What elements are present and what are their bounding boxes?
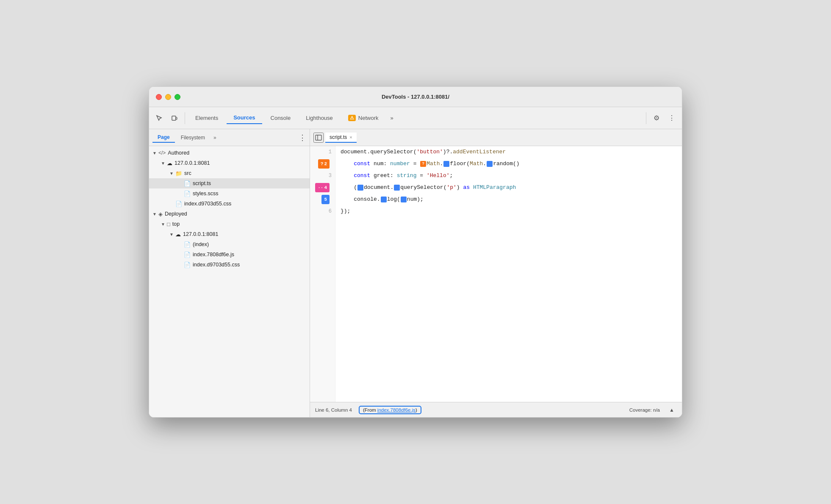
tree-script-ts[interactable]: 📄 script.ts (149, 178, 310, 188)
code-line-2: const num: number = ?Math.floor(Math.ran… (341, 158, 677, 170)
tab-lighthouse[interactable]: Lighthouse (299, 112, 340, 124)
js-file-icon: 📄 (184, 252, 191, 258)
toolbar-separator-2 (646, 112, 646, 124)
sub-tab-menu[interactable]: ⋮ (299, 133, 306, 142)
html-icon: </> (158, 150, 166, 156)
editor-tabs: script.ts × (310, 129, 682, 146)
minimize-button[interactable] (165, 94, 171, 100)
breakpoint-badge-5: 5 (321, 195, 330, 205)
tree-arrow: ▼ (161, 161, 167, 166)
tree-authored[interactable]: ▼ </> Authored (149, 148, 310, 158)
breakpoint-badge-4: ··4 (315, 183, 330, 193)
code-line-1: document.querySelector('button')?.addEve… (341, 146, 677, 158)
tab-sources[interactable]: Sources (227, 112, 262, 124)
coverage-label: Coverage: n/a (629, 407, 660, 413)
status-from[interactable]: (From index.7808df6e.js) (359, 406, 421, 414)
file-tree: ▼ </> Authored ▼ ☁ 127.0.0.1:8081 ▼ 📁 sr… (149, 146, 310, 417)
ts-file-icon: 📄 (184, 180, 191, 187)
code-content[interactable]: document.querySelector('button')?.addEve… (335, 146, 682, 402)
network-warning-badge: ⚠ (348, 115, 356, 121)
tree-arrow: ▼ (152, 151, 158, 155)
status-position: Line 6, Column 4 (315, 407, 352, 413)
sub-tab-page[interactable]: Page (152, 133, 175, 143)
css-file-icon-2: 📄 (184, 262, 191, 268)
traffic-lights (156, 94, 180, 100)
gutter-line-6: 6 (310, 205, 335, 217)
code-line-6: }); (341, 205, 677, 217)
status-bar: Line 6, Column 4 (From index.7808df6e.js… (310, 402, 682, 417)
tree-arrow: ▼ (161, 222, 167, 227)
tree-src-folder[interactable]: ▼ 📁 src (149, 168, 310, 178)
toolbar-separator (185, 112, 185, 124)
css-file-icon: 📄 (175, 201, 182, 207)
tree-authored-host[interactable]: ▼ ☁ 127.0.0.1:8081 (149, 158, 310, 168)
tree-index-css-authored[interactable]: 📄 index.d9703d55.css (149, 199, 310, 209)
tab-more-button[interactable]: » (387, 112, 397, 124)
tree-top-folder[interactable]: ▼ □ top (149, 219, 310, 229)
sub-tab-filesystem[interactable]: Filesystem (176, 133, 210, 142)
gutter-line-5: 5 (310, 194, 335, 205)
editor-tab-close[interactable]: × (349, 135, 352, 140)
deployed-icon: ◈ (158, 211, 163, 217)
tree-index-css-deployed[interactable]: 📄 index.d9703d55.css (149, 260, 310, 270)
inspect-icon[interactable] (152, 111, 166, 125)
console-drawer-button[interactable]: ▲ (667, 405, 677, 415)
right-panel: script.ts × 1 ?2 (310, 129, 682, 417)
tree-index-js[interactable]: 📄 index.7808df6e.js (149, 249, 310, 260)
code-line-3: const greet: string = 'Hello'; (341, 170, 677, 182)
toolbar-right: ⚙ ⋮ (644, 111, 679, 125)
svg-rect-2 (316, 135, 321, 140)
gutter-line-4: ··4 (310, 182, 335, 194)
toolbar: Elements Sources Console Lighthouse ⚠ Ne… (149, 107, 682, 129)
sub-tab-more[interactable]: » (211, 133, 219, 142)
line-gutter: 1 ?2 3 (310, 146, 335, 402)
tab-console[interactable]: Console (264, 112, 298, 124)
tree-deployed[interactable]: ▼ ◈ Deployed (149, 209, 310, 219)
code-line-5: console.log(num); (341, 194, 677, 205)
cloud-icon-2: ☁ (175, 231, 181, 238)
code-editor[interactable]: 1 ?2 3 (310, 146, 682, 402)
from-label: From (365, 407, 377, 413)
device-icon[interactable] (168, 111, 181, 125)
gutter-line-1: 1 (310, 146, 335, 158)
breakpoint-badge-2: ?2 (318, 159, 330, 169)
svg-rect-1 (176, 117, 177, 119)
editor-tab-label: script.ts (330, 134, 347, 140)
titlebar: DevTools - 127.0.0.1:8081/ (149, 87, 682, 107)
editor-tab-script[interactable]: script.ts × (325, 133, 357, 143)
top-folder-icon: □ (167, 221, 170, 227)
tree-arrow: ▼ (169, 232, 175, 237)
tree-index-page[interactable]: 📄 (index) (149, 239, 310, 249)
gutter-line-3: 3 (310, 170, 335, 182)
cloud-icon: ☁ (167, 160, 172, 166)
from-link[interactable]: index.7808df6e.js (377, 407, 416, 413)
sub-tabs: Page Filesystem » ⋮ (149, 129, 310, 146)
tab-network[interactable]: ⚠ Network (341, 112, 385, 124)
more-menu-icon[interactable]: ⋮ (665, 111, 679, 125)
tree-arrow: ▼ (152, 212, 158, 216)
fullscreen-button[interactable] (175, 94, 180, 100)
scss-file-icon: 📄 (184, 191, 191, 197)
left-panel: Page Filesystem » ⋮ ▼ </> Authored ▼ ☁ (149, 129, 310, 417)
main-area: Page Filesystem » ⋮ ▼ </> Authored ▼ ☁ (149, 129, 682, 417)
tree-arrow: ▼ (169, 171, 175, 176)
index-file-icon: 📄 (184, 241, 191, 248)
window-title: DevTools - 127.0.0.1:8081/ (382, 94, 449, 100)
tree-deployed-host[interactable]: ▼ ☁ 127.0.0.1:8081 (149, 229, 310, 239)
tree-styles-scss[interactable]: 📄 styles.scss (149, 188, 310, 199)
folder-icon: 📁 (175, 170, 182, 177)
gutter-line-2: ?2 (310, 158, 335, 170)
settings-icon[interactable]: ⚙ (650, 111, 663, 125)
svg-rect-0 (172, 116, 176, 120)
editor-back-button[interactable] (313, 133, 324, 143)
code-line-4: (document.querySelector('p') as HTMLPara… (341, 182, 677, 194)
status-right: Coverage: n/a ▲ (629, 405, 677, 415)
devtools-window: DevTools - 127.0.0.1:8081/ Elements Sour… (149, 86, 682, 418)
close-button[interactable] (156, 94, 162, 100)
tab-elements[interactable]: Elements (188, 112, 225, 124)
